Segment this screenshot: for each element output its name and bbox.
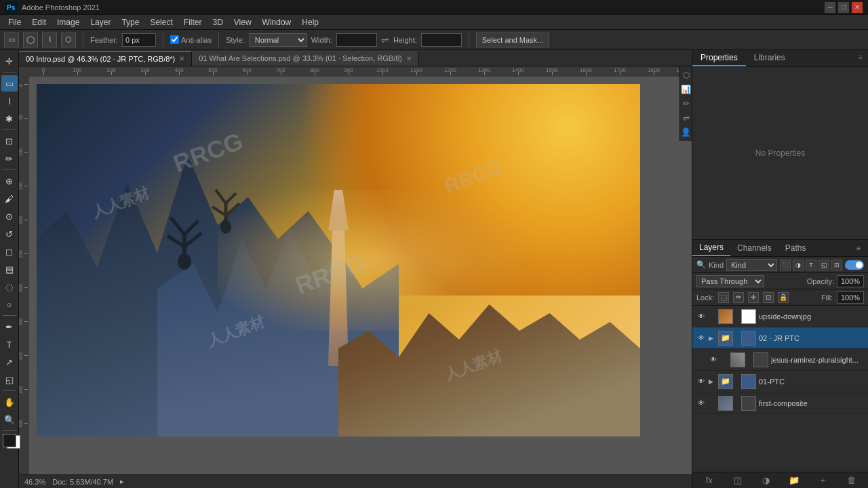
width-input[interactable]: [336, 33, 377, 47]
menu-file[interactable]: File: [3, 16, 26, 28]
layer-item-01-ptc[interactable]: 👁 ▶ 📁 01-PTC: [692, 371, 868, 392]
eraser-tool[interactable]: ◻: [1, 243, 18, 260]
delete-layer-button[interactable]: 🗑: [845, 474, 857, 487]
maximize-button[interactable]: □: [838, 2, 849, 13]
layer-item-upside-down[interactable]: 👁 upside-downjpg: [692, 306, 868, 327]
add-layer-button[interactable]: +: [816, 474, 829, 487]
layer-eye-02-jr-ptc[interactable]: 👁: [696, 333, 706, 343]
menu-view[interactable]: View: [229, 16, 257, 28]
antialias-checkbox[interactable]: [170, 35, 179, 44]
pen-tool[interactable]: ✒: [1, 319, 18, 335]
marquee-tool[interactable]: ▭: [1, 75, 18, 92]
layer-item-first-composite[interactable]: 👁 first-composite: [692, 392, 868, 414]
mini-tool-5[interactable]: 👤: [681, 126, 692, 138]
menu-help[interactable]: Help: [296, 16, 324, 28]
filter-adjust-icon[interactable]: ◑: [793, 260, 804, 270]
properties-panel-close[interactable]: ≡: [853, 50, 868, 66]
tab-selections[interactable]: 01 What Are Selections.psd @ 33.3% (01 ·…: [192, 51, 419, 66]
tab-paths[interactable]: Paths: [778, 241, 813, 256]
tab-intro-close[interactable]: ✕: [179, 55, 184, 62]
mini-tool-3[interactable]: ✏: [681, 98, 692, 110]
fill-input[interactable]: [837, 291, 864, 304]
tool-mode-rect[interactable]: ▭: [4, 33, 19, 47]
path-select-tool[interactable]: ↗: [1, 354, 18, 370]
menu-image[interactable]: Image: [52, 16, 85, 28]
lock-paint-btn[interactable]: ✏: [733, 292, 744, 303]
filter-smart-icon[interactable]: ⊡: [831, 260, 842, 270]
mini-tool-4[interactable]: ⇌: [681, 112, 692, 124]
layer-item-02-jr-ptc[interactable]: 👁 ▶ 📁 02 · JR PTC: [692, 327, 868, 349]
menu-select[interactable]: Select: [144, 16, 178, 28]
tab-properties[interactable]: Properties: [692, 50, 746, 66]
menu-window[interactable]: Window: [257, 16, 297, 28]
lock-transparent-btn[interactable]: ⬚: [718, 292, 729, 303]
hand-tool[interactable]: ✋: [1, 394, 18, 410]
add-group-button[interactable]: 📁: [788, 474, 800, 487]
layer-name-upside-down: upside-downjpg: [759, 312, 864, 321]
filter-toggle[interactable]: [845, 260, 864, 270]
layer-mask-first-composite: [741, 396, 756, 411]
lock-position-btn[interactable]: ✛: [748, 292, 759, 303]
style-select[interactable]: Normal Fixed Ratio Fixed Size: [249, 33, 307, 47]
eyedropper-tool[interactable]: ✏: [1, 150, 18, 167]
clone-stamp-tool[interactable]: ⊙: [1, 208, 18, 224]
filter-pixel-icon[interactable]: ⬛: [780, 260, 791, 270]
menu-edit[interactable]: Edit: [26, 16, 52, 28]
add-mask-button[interactable]: ◫: [732, 474, 744, 487]
close-button[interactable]: ✕: [852, 2, 863, 13]
tool-mode-ellipse[interactable]: ◯: [23, 33, 38, 47]
layer-expand-01-ptc[interactable]: ▶: [709, 378, 715, 385]
tool-mode-poly[interactable]: ⬡: [61, 33, 76, 47]
tab-layers[interactable]: Layers: [692, 240, 730, 256]
shape-tool[interactable]: ◱: [1, 371, 18, 388]
filter-select[interactable]: Kind Name Effect Mode Attribute Color: [726, 259, 777, 271]
layer-eye-jesus[interactable]: 👁: [709, 355, 718, 365]
tab-channels[interactable]: Channels: [730, 241, 778, 256]
history-brush-tool[interactable]: ↺: [1, 226, 18, 242]
layer-eye-first-composite[interactable]: 👁: [696, 399, 706, 408]
add-adjustment-button[interactable]: ◑: [760, 474, 772, 487]
menu-filter[interactable]: Filter: [178, 16, 208, 28]
tool-mode-lasso[interactable]: ⌇: [42, 33, 57, 47]
tab-intro[interactable]: 00 Intro.psd @ 46.3% (02 · JR PTC, RGB/8…: [19, 51, 192, 66]
tab-selections-close[interactable]: ✕: [406, 55, 412, 62]
select-and-mask-button[interactable]: Select and Mask...: [476, 33, 550, 47]
height-input[interactable]: [421, 33, 462, 47]
canvas-area: 00 Intro.psd @ 46.3% (02 · JR PTC, RGB/8…: [19, 50, 692, 488]
spot-healing-tool[interactable]: ⊕: [1, 173, 18, 189]
type-tool[interactable]: T: [1, 336, 18, 352]
dodge-tool[interactable]: ○: [1, 296, 18, 312]
layer-eye-01-ptc[interactable]: 👁: [696, 377, 706, 386]
layer-expand-02-jr-ptc[interactable]: ▶: [709, 335, 715, 342]
move-tool[interactable]: ✛: [1, 53, 18, 69]
mini-tool-2[interactable]: 📊: [681, 83, 692, 96]
minimize-button[interactable]: ─: [825, 2, 835, 13]
tab-libraries[interactable]: Libraries: [746, 50, 793, 66]
status-arrow[interactable]: ▸: [120, 477, 124, 486]
lock-artboard-btn[interactable]: ⊡: [763, 292, 774, 303]
foreground-color[interactable]: [3, 434, 16, 447]
blur-tool[interactable]: ◌: [1, 279, 18, 295]
lasso-tool[interactable]: ⌇: [1, 93, 18, 109]
feather-input[interactable]: [122, 33, 156, 47]
gradient-tool[interactable]: ▤: [1, 261, 18, 277]
layer-eye-upside-down[interactable]: 👁: [696, 312, 706, 321]
layer-item-jesus[interactable]: 👁 jesus-ramirez-pluralsight...: [692, 349, 868, 371]
menu-3d[interactable]: 3D: [207, 16, 228, 28]
layers-panel-menu[interactable]: ≡: [853, 243, 864, 253]
lock-all-btn[interactable]: 🔒: [778, 292, 789, 303]
menu-layer[interactable]: Layer: [85, 16, 116, 28]
crop-tool[interactable]: ⊡: [1, 133, 18, 149]
zoom-tool[interactable]: 🔍: [1, 411, 18, 428]
menu-type[interactable]: Type: [116, 16, 144, 28]
blend-mode-select[interactable]: Pass Through Normal Dissolve Multiply Sc…: [696, 275, 764, 287]
brush-tool[interactable]: 🖌: [1, 190, 18, 207]
swap-icon: ⇌: [381, 35, 389, 45]
filter-type-icon[interactable]: T: [806, 260, 816, 270]
add-style-button[interactable]: fx: [703, 474, 715, 487]
mini-tool-1[interactable]: ⬡: [681, 69, 692, 81]
height-label: Height:: [393, 36, 417, 44]
filter-shape-icon[interactable]: ◱: [818, 260, 829, 270]
magic-wand-tool[interactable]: ✱: [1, 110, 18, 127]
opacity-input[interactable]: [837, 275, 864, 287]
